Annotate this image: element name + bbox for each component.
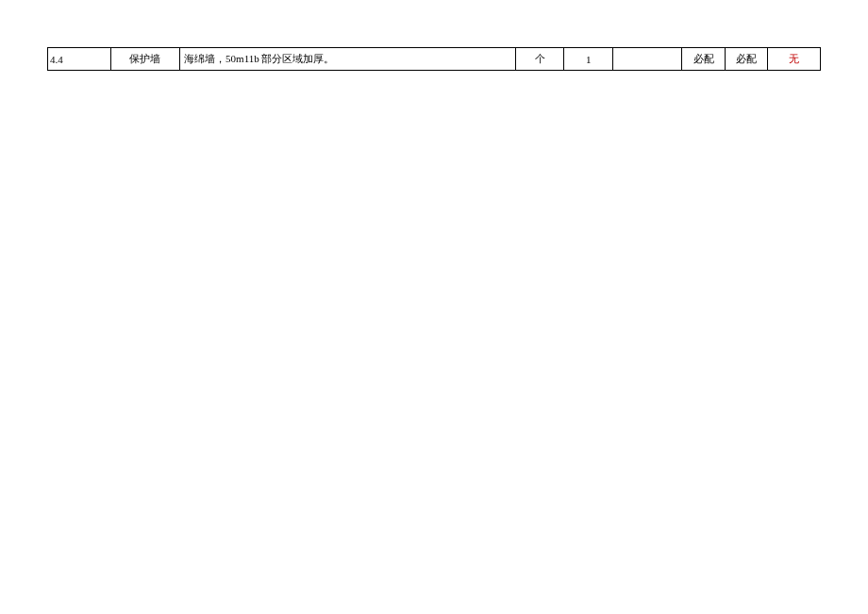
table-row: 4.4 保护墙 海绵墙，50m11b 部分区域加厚。 个 1 必配 必配 无	[48, 48, 821, 71]
cell-blank	[613, 48, 682, 71]
cell-description: 海绵墙，50m11b 部分区域加厚。	[180, 48, 516, 71]
cell-required-1: 必配	[682, 48, 725, 71]
cell-unit: 个	[515, 48, 564, 71]
spec-table: 4.4 保护墙 海绵墙，50m11b 部分区域加厚。 个 1 必配 必配 无	[47, 47, 821, 71]
cell-note: 无	[767, 48, 820, 71]
cell-id: 4.4	[48, 48, 111, 71]
cell-required-2: 必配	[725, 48, 767, 71]
cell-name: 保护墙	[110, 48, 179, 71]
cell-quantity: 1	[564, 48, 613, 71]
